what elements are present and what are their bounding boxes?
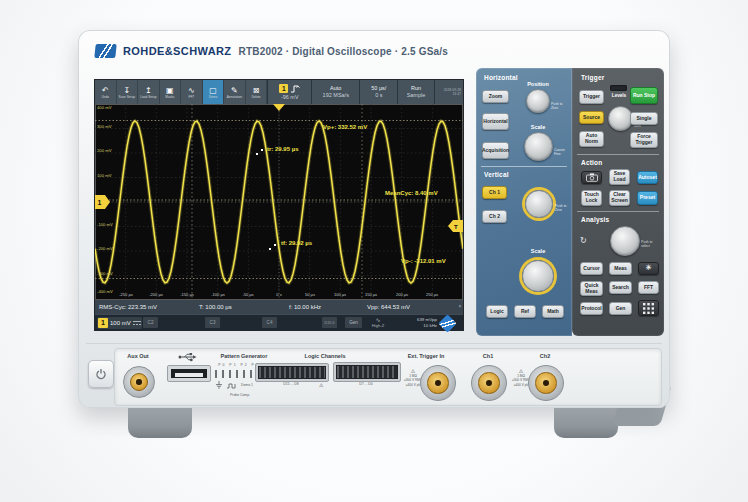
y-axis-label: -300 mV bbox=[97, 271, 113, 276]
load-setup-glyph: ↥ bbox=[145, 86, 152, 95]
vertical-offset-caption: Push to Zero bbox=[555, 204, 571, 213]
search-key[interactable]: Search bbox=[609, 281, 632, 294]
section-divider bbox=[577, 211, 659, 212]
logic-channels-tab[interactable]: D15·0 bbox=[322, 317, 337, 328]
annotation-vp-minus: Vp-: -312.01 mV bbox=[401, 258, 446, 264]
channel4-tab[interactable]: C4 bbox=[262, 317, 277, 328]
delete-icon[interactable]: ⊠ Delete bbox=[246, 80, 268, 104]
analysis-section-title: Analysis bbox=[581, 216, 609, 223]
acquisition-status-cell[interactable]: Auto 192 MSa/s bbox=[311, 80, 359, 104]
y-axis-label: 400 mV bbox=[97, 105, 111, 110]
auto-norm-key[interactable]: Auto Norm bbox=[579, 131, 604, 147]
horizontal-scale-knob[interactable] bbox=[524, 132, 553, 161]
y-axis-label: -100 mV bbox=[97, 222, 113, 227]
ext-trigger-connector bbox=[420, 365, 456, 401]
logic-connector-pins bbox=[336, 365, 398, 379]
save-setup-glyph: ↧ bbox=[123, 86, 130, 95]
navigation-knob[interactable] bbox=[610, 226, 640, 256]
undo-label: Undo bbox=[101, 95, 109, 99]
waveform-plot: 1 T bbox=[95, 104, 463, 300]
y-axis-label: -200 mV bbox=[97, 246, 113, 251]
vertical-scale-label: Scale bbox=[518, 248, 558, 254]
save-setup-icon[interactable]: ↧ Save Setup bbox=[117, 80, 139, 104]
preset-key[interactable]: Preset bbox=[637, 191, 658, 205]
touch-lock-key[interactable]: Touch Lock bbox=[581, 190, 602, 206]
math-key[interactable]: Math bbox=[542, 305, 564, 318]
run-status-cell[interactable]: Run Sample bbox=[397, 80, 433, 104]
masks-icon[interactable]: ▣ Masks bbox=[160, 80, 182, 104]
intensity-key[interactable]: ☀ bbox=[638, 262, 659, 275]
undo-glyph: ↶ bbox=[102, 86, 109, 95]
vertical-offset-knob[interactable] bbox=[525, 190, 553, 218]
d15-d8-label: D15 ... D8 bbox=[261, 382, 321, 386]
x-axis-label: -200 µs bbox=[145, 292, 167, 297]
demo-icon[interactable]: ▢ Demo bbox=[203, 80, 225, 104]
horizontal-position-caption: Push to Zero bbox=[551, 102, 569, 111]
autoset-key[interactable]: Autoset bbox=[637, 171, 658, 184]
gen-key[interactable]: Gen bbox=[609, 302, 632, 315]
x-axis-label: -150 µs bbox=[176, 292, 198, 297]
annotation-glyph: ✎ bbox=[231, 86, 238, 95]
fft-glyph: ∿ bbox=[188, 86, 195, 95]
trigger-levels-label: Levels bbox=[606, 93, 632, 98]
demo-glyph: ▢ bbox=[209, 86, 217, 95]
horizontal-menu-key[interactable]: Horizontal bbox=[482, 113, 509, 130]
screenshot-key[interactable] bbox=[581, 171, 602, 184]
apps-key[interactable] bbox=[638, 300, 659, 316]
datetime-cell: 2018-09-28 13:47 bbox=[434, 80, 463, 104]
trigger-source-key[interactable]: Source bbox=[579, 111, 604, 124]
collapse-results-icon[interactable]: » bbox=[455, 304, 461, 307]
horizontal-position-knob[interactable] bbox=[526, 89, 550, 113]
fft-icon[interactable]: ∿ FFT bbox=[181, 80, 203, 104]
acquisition-key[interactable]: Acquisition bbox=[482, 142, 509, 159]
annotation-icon[interactable]: ✎ Annotation bbox=[224, 80, 246, 104]
section-divider bbox=[577, 154, 659, 155]
horizontal-scale-label: Scale bbox=[518, 124, 558, 130]
load-setup-icon[interactable]: ↥ Load Setup bbox=[138, 80, 160, 104]
channel3-tab[interactable]: C3 bbox=[205, 317, 220, 328]
blue-control-panel: Horizontal Zoom Horizontal Acquisition P… bbox=[476, 68, 572, 336]
generator-frequency: 10 kHz bbox=[393, 323, 437, 329]
x-axis-label: -100 µs bbox=[207, 292, 229, 297]
channel1-tab-badge: 1 bbox=[98, 318, 108, 328]
demo1-label: Demo 1 bbox=[241, 383, 253, 387]
timebase-value: 50 µs/ bbox=[371, 85, 386, 92]
generator-mode: ∿ High-Z bbox=[367, 317, 389, 329]
channel1-tab[interactable]: 1 100 mV bbox=[97, 317, 142, 329]
quick-meas-key[interactable]: Quick Meas bbox=[580, 281, 603, 296]
ch2-connector bbox=[528, 365, 564, 401]
run-stop-key[interactable]: Run Stop bbox=[630, 87, 658, 104]
horizontal-position-value: 0 s bbox=[375, 92, 382, 99]
zoom-key[interactable]: Zoom bbox=[482, 90, 509, 103]
timebase-status-cell[interactable]: 50 µs/ 0 s bbox=[359, 80, 397, 104]
protocol-key[interactable]: Protocol bbox=[580, 302, 603, 315]
vertical-scale-knob[interactable] bbox=[522, 260, 554, 292]
ref-key[interactable]: Ref bbox=[514, 305, 536, 318]
horizontal-section-title: Horizontal bbox=[484, 74, 518, 81]
power-button[interactable] bbox=[88, 360, 114, 388]
clear-screen-key[interactable]: Clear Screen bbox=[609, 190, 630, 206]
fft-key[interactable]: FFT bbox=[638, 281, 659, 294]
single-key[interactable]: Single bbox=[630, 112, 658, 125]
brand-row: ROHDE&SCHWARZ RTB2002 · Digital Oscillos… bbox=[95, 43, 448, 59]
camera-icon bbox=[586, 173, 598, 182]
channel2-key[interactable]: Ch 2 bbox=[482, 210, 507, 223]
undo-icon[interactable]: ↶ Undo bbox=[95, 80, 117, 104]
generator-tab[interactable]: Gen bbox=[345, 317, 362, 328]
channel1-key[interactable]: Ch 1 bbox=[482, 186, 507, 199]
vertical-section-title: Vertical bbox=[484, 171, 509, 178]
logic-key[interactable]: Logic bbox=[486, 305, 508, 318]
trigger-position-marker[interactable] bbox=[273, 104, 285, 111]
trigger-status-cell[interactable]: 1 -96 mV bbox=[267, 80, 311, 104]
y-axis-label: 100 mV bbox=[97, 173, 111, 178]
force-trigger-key[interactable]: Force Trigger bbox=[630, 132, 658, 148]
usb-icon bbox=[178, 352, 198, 362]
save-load-key[interactable]: Save Load bbox=[609, 169, 630, 185]
y-axis-label: 300 mV bbox=[97, 124, 111, 129]
ground-icon bbox=[215, 381, 223, 389]
cursor-key[interactable]: Cursor bbox=[580, 262, 603, 275]
channel2-tab[interactable]: C2 bbox=[143, 317, 158, 328]
usb-slot bbox=[171, 369, 207, 378]
meas-key[interactable]: Meas bbox=[609, 262, 632, 275]
trigger-menu-key[interactable]: Trigger bbox=[579, 90, 604, 104]
